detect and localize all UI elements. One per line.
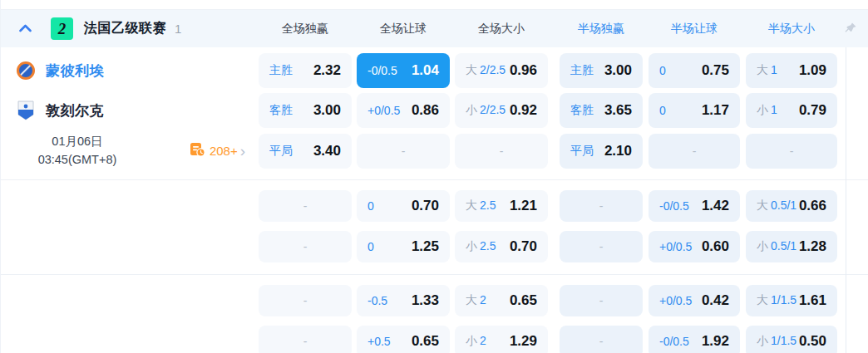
odds-value: 0.79 — [799, 102, 826, 119]
odds-cell-empty: - — [746, 134, 837, 169]
odds-cell[interactable]: 小2.50.70 — [455, 231, 548, 262]
odds-label: +0/0.5 — [367, 104, 400, 117]
odds-line-label: 小0.5/1 — [757, 239, 796, 254]
over-under-side: 小 — [466, 239, 477, 252]
odds-line-label: 小2/2.5 — [466, 103, 506, 118]
empty-odds-dash: - — [303, 294, 308, 307]
odds-value: 3.00 — [604, 62, 632, 79]
odds-cell[interactable]: 平局3.40 — [259, 134, 352, 169]
odds-cell[interactable]: 00.75 — [649, 53, 740, 88]
odds-value: 1.21 — [510, 198, 537, 214]
odds-cell[interactable]: +0/0.50.86 — [357, 93, 450, 128]
away-team: 敦刻尔克 — [1, 93, 259, 128]
odds-cell[interactable]: 客胜3.65 — [560, 93, 643, 128]
odds-cell[interactable]: -0.51.33 — [357, 285, 450, 316]
odds-cell[interactable]: -0/0.51.04 — [357, 53, 450, 88]
odds-label: 0 — [367, 240, 374, 253]
odds-cell[interactable]: 客胜3.00 — [259, 93, 352, 128]
odds-cell[interactable]: 大2.51.21 — [455, 190, 548, 222]
odds-label: 平局 — [269, 144, 293, 159]
more-markets-link[interactable]: 208+ › — [190, 142, 245, 160]
odds-value: 1.29 — [510, 333, 537, 350]
draw-odds-cells: 平局3.40--平局2.10-- — [259, 134, 837, 169]
odds-value: 0.65 — [412, 333, 439, 350]
odds-cell[interactable]: -0/0.51.42 — [649, 190, 740, 222]
odds-value: 0.86 — [412, 102, 439, 119]
over-under-side: 大 — [466, 199, 477, 212]
odds-cell[interactable]: -0/0.51.92 — [649, 326, 740, 353]
odds-row: --0.51.33大20.65-+0/0.50.42大1/1.51.61 — [1, 283, 868, 318]
pin-icon[interactable] — [844, 22, 857, 35]
over-under-side: 大 — [466, 293, 477, 306]
odds-cell[interactable]: +0/0.50.42 — [649, 285, 740, 316]
empty-odds-dash: - — [790, 145, 794, 158]
odds-cell-empty: - — [560, 231, 643, 262]
over-under-side: 小 — [757, 334, 768, 347]
odds-cell[interactable]: 主胜3.00 — [560, 53, 643, 88]
over-under-line: 1 — [771, 103, 777, 116]
markets-doc-clock-icon — [190, 142, 205, 160]
odds-value: 0.42 — [702, 292, 729, 309]
home-team-badge-icon — [16, 61, 36, 81]
odds-cell-empty: - — [560, 190, 643, 222]
odds-label: +0/0.5 — [659, 240, 692, 253]
odds-value: 1.61 — [799, 292, 826, 309]
column-header-halftime-1x2: 半场独赢 — [560, 22, 643, 37]
odds-cell[interactable]: 大11.09 — [746, 53, 837, 88]
odds-cell[interactable]: 大1/1.51.61 — [746, 285, 837, 316]
empty-odds-dash: - — [599, 199, 604, 213]
odds-cell[interactable]: 大0.5/10.66 — [746, 190, 837, 222]
odds-cell[interactable]: 01.25 — [357, 231, 450, 262]
odds-cell[interactable]: 主胜2.32 — [259, 53, 352, 88]
odds-cells: -+0.50.65小21.29--0/0.51.92小1/1.50.50 — [259, 326, 837, 353]
secondary-odds-group-2: --0.51.33大20.65-+0/0.50.42大1/1.51.61 -+0… — [1, 274, 868, 353]
odds-cell[interactable]: 小1/1.50.50 — [746, 326, 837, 353]
odds-cell[interactable]: 01.17 — [649, 93, 740, 128]
match-info: 01月06日 03:45(GMT+8) 208+ › — [1, 133, 259, 169]
secondary-odds-group-1: -00.70大2.51.21--0/0.51.42大0.5/10.66 -01.… — [1, 179, 868, 274]
odds-value: 1.25 — [412, 238, 439, 255]
odds-label: 主胜 — [570, 63, 594, 78]
odds-cell[interactable]: 小21.29 — [455, 326, 548, 353]
draw-row: 01月06日 03:45(GMT+8) 208+ › — [1, 133, 868, 169]
empty-odds-dash: - — [303, 335, 308, 348]
odds-cell[interactable]: 小2/2.50.92 — [455, 93, 548, 128]
league-match-count: 1 — [175, 22, 181, 36]
column-header-fulltime-overunder: 全场大小 — [455, 22, 548, 37]
odds-line-label: 大2.5 — [466, 199, 496, 213]
away-team-row: 敦刻尔克 客胜3.00+0/0.50.86小2/2.50.92客胜3.6501.… — [1, 93, 868, 128]
empty-odds-dash: - — [693, 145, 697, 158]
odds-line-label: 大2 — [466, 293, 486, 308]
odds-label: 主胜 — [269, 63, 293, 78]
collapse-league-button[interactable] — [16, 20, 34, 38]
odds-value: 1.92 — [702, 333, 729, 350]
over-under-line: 2 — [480, 293, 486, 306]
odds-value: 3.40 — [313, 143, 341, 159]
odds-cell[interactable]: +0.50.65 — [357, 326, 450, 353]
away-team-name: 敦刻尔克 — [46, 101, 104, 120]
odds-cell[interactable]: +0/0.50.60 — [649, 231, 740, 262]
odds-label: 0 — [659, 104, 666, 117]
odds-value: 1.04 — [412, 62, 439, 79]
odds-cell[interactable]: 大2/2.50.96 — [455, 53, 548, 88]
odds-cell[interactable]: 小0.5/11.28 — [746, 231, 837, 262]
odds-cell-empty: - — [560, 285, 643, 316]
odds-cell[interactable]: 平局2.10 — [560, 134, 643, 169]
odds-cell[interactable]: 小10.79 — [746, 93, 837, 128]
over-under-line: 2.5 — [480, 199, 496, 212]
odds-cell[interactable]: 大20.65 — [455, 285, 548, 316]
odds-cell[interactable]: 00.70 — [357, 190, 450, 222]
odds-row: -01.25小2.50.70-+0/0.50.60小0.5/11.28 — [1, 229, 868, 264]
empty-odds-dash: - — [599, 294, 604, 307]
empty-odds-dash: - — [402, 145, 406, 158]
empty-odds-dash: - — [303, 240, 308, 253]
odds-line-label: 大1 — [757, 63, 777, 78]
odds-row: -00.70大2.51.21--0/0.51.42大0.5/10.66 — [1, 189, 868, 223]
odds-value: 0.92 — [510, 102, 537, 119]
odds-label: 0 — [659, 64, 666, 77]
empty-odds-dash: - — [303, 199, 308, 213]
over-under-line: 1 — [771, 63, 777, 76]
odds-value: 1.28 — [799, 238, 826, 255]
away-team-badge-icon — [16, 101, 36, 120]
odds-value: 0.60 — [702, 238, 729, 255]
